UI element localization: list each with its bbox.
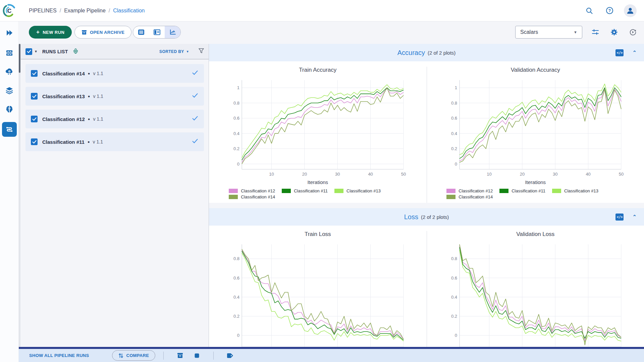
runs-scrollbar[interactable] bbox=[19, 44, 20, 347]
plus-icon: + bbox=[36, 29, 40, 36]
legend-item[interactable]: Classification #12 bbox=[229, 188, 275, 193]
run-status-dot: ● bbox=[88, 140, 90, 144]
section-loss-header[interactable]: Loss (2 of 2 plots) </> ⌃ bbox=[209, 208, 644, 226]
svg-text:0.4: 0.4 bbox=[233, 131, 239, 136]
abort-icon[interactable] bbox=[192, 351, 202, 361]
show-all-pipeline-runs-link[interactable]: SHOW ALL PIPELINE RUNS bbox=[29, 353, 89, 358]
user-avatar-icon[interactable] bbox=[624, 4, 637, 17]
svg-text:0.4: 0.4 bbox=[451, 295, 457, 300]
run-checkbox[interactable] bbox=[31, 116, 38, 122]
help-icon[interactable]: ? bbox=[604, 5, 615, 16]
svg-text:0.2: 0.2 bbox=[233, 314, 239, 319]
run-checkbox[interactable] bbox=[31, 93, 38, 100]
auto-refresh-icon[interactable] bbox=[627, 26, 639, 38]
breadcrumb-current: Classification bbox=[113, 8, 145, 14]
breadcrumb-project[interactable]: Example Pipeline bbox=[64, 8, 106, 14]
svg-text:10: 10 bbox=[487, 172, 492, 177]
run-checkbox[interactable] bbox=[31, 70, 38, 77]
runs-list-panel: ▼ RUNS LIST SORTED BY ▼ Classification #… bbox=[19, 44, 209, 347]
chart-title: Validation Accuracy bbox=[427, 67, 644, 73]
legend-item[interactable]: Classification #12 bbox=[446, 188, 493, 193]
run-status-dot: ● bbox=[88, 94, 90, 98]
chart-legend[interactable]: Classification #12Classification #11Clas… bbox=[229, 188, 407, 199]
svg-text:0.6: 0.6 bbox=[233, 276, 239, 281]
chart-legend[interactable]: Classification #12Classification #11Clas… bbox=[446, 188, 624, 199]
metric-variant-select[interactable]: Scalars ▼ bbox=[515, 26, 582, 39]
run-checkbox[interactable] bbox=[31, 138, 38, 145]
section-subtitle: (2 of 2 plots) bbox=[421, 214, 449, 220]
collapse-section-icon[interactable]: ⌃ bbox=[632, 50, 637, 56]
embed-code-icon[interactable]: </> bbox=[615, 49, 624, 56]
legend-item[interactable]: Classification #13 bbox=[334, 188, 381, 193]
train-accuracy-chart[interactable]: Train Accuracy 00.20.40.60.811020304050 … bbox=[209, 67, 427, 203]
nav-serving-icon[interactable] bbox=[2, 64, 17, 79]
legend-item[interactable]: Classification #11 bbox=[282, 188, 328, 193]
run-status-dot: ● bbox=[88, 117, 90, 121]
collapse-section-icon[interactable]: ⌃ bbox=[632, 214, 637, 220]
search-icon[interactable] bbox=[584, 5, 595, 16]
clearml-logo[interactable]: C bbox=[0, 3, 19, 18]
run-list-item[interactable]: Classification #13 ● v 1.1 bbox=[25, 87, 204, 106]
legend-item[interactable]: Classification #14 bbox=[229, 194, 275, 199]
side-nav bbox=[0, 21, 19, 362]
nav-pipelines-icon[interactable] bbox=[2, 122, 17, 137]
svg-text:?: ? bbox=[608, 8, 610, 13]
charts-panel: Accuracy (2 of 2 plots) </> ⌃ Train Accu… bbox=[209, 44, 644, 347]
svg-text:1: 1 bbox=[237, 85, 239, 90]
section-accuracy: Accuracy (2 of 2 plots) </> ⌃ Train Accu… bbox=[209, 44, 644, 203]
chart-view-icon[interactable] bbox=[165, 26, 180, 38]
split-view-icon[interactable] bbox=[149, 26, 165, 38]
run-list-item[interactable]: Classification #11 ● v 1.1 bbox=[25, 132, 204, 151]
legend-swatch bbox=[446, 195, 455, 199]
run-version: v 1.1 bbox=[93, 71, 103, 76]
svg-text:C: C bbox=[7, 7, 12, 14]
gear-icon[interactable] bbox=[608, 26, 620, 38]
svg-text:40: 40 bbox=[586, 172, 591, 177]
section-loss: Loss (2 of 2 plots) </> ⌃ Train Loss 00.… bbox=[209, 208, 644, 347]
chevron-down-icon: ▼ bbox=[574, 30, 577, 34]
archive-icon bbox=[82, 29, 87, 35]
table-view-icon[interactable] bbox=[133, 26, 149, 38]
top-bar: C PIPELINES / Example Pipeline / Classif… bbox=[0, 0, 644, 21]
nav-models-icon[interactable] bbox=[2, 102, 17, 117]
legend-item[interactable]: Classification #13 bbox=[552, 188, 598, 193]
archive-icon[interactable] bbox=[175, 351, 185, 361]
svg-text:20: 20 bbox=[520, 172, 525, 177]
tune-icon[interactable] bbox=[590, 26, 601, 38]
runs-scrollbar-thumb[interactable] bbox=[19, 44, 20, 73]
run-list-item[interactable]: Classification #12 ● v 1.1 bbox=[25, 110, 204, 128]
select-all-checkbox[interactable] bbox=[25, 48, 32, 55]
run-name: Classification #11 bbox=[42, 139, 85, 145]
sort-settings-icon[interactable] bbox=[73, 48, 78, 55]
legend-swatch bbox=[552, 189, 561, 193]
open-archive-button[interactable]: OPEN ARCHIVE bbox=[74, 26, 131, 39]
chevron-down-icon: ▼ bbox=[186, 50, 189, 53]
legend-item[interactable]: Classification #14 bbox=[446, 194, 493, 199]
toolbar: + NEW RUN OPEN ARCHIVE Scalars ▼ bbox=[19, 21, 644, 44]
section-accuracy-header[interactable]: Accuracy (2 of 2 plots) </> ⌃ bbox=[209, 44, 644, 61]
run-list-item[interactable]: Classification #14 ● v 1.1 bbox=[25, 64, 204, 83]
nav-datasets-icon[interactable] bbox=[2, 83, 17, 98]
run-status-dot: ● bbox=[88, 71, 90, 75]
legend-item[interactable]: Classification #11 bbox=[499, 188, 545, 193]
filter-icon[interactable] bbox=[199, 48, 204, 55]
sorted-by-dropdown[interactable]: SORTED BY ▼ bbox=[159, 49, 189, 54]
tag-icon[interactable] bbox=[225, 351, 235, 361]
legend-label: Classification #11 bbox=[294, 188, 328, 193]
run-selected-check-icon bbox=[192, 116, 198, 122]
validation-accuracy-chart[interactable]: Validation Accuracy 00.20.40.60.81102030… bbox=[427, 67, 644, 203]
train-loss-chart[interactable]: Train Loss 00.20.40.60.81020304050 bbox=[209, 231, 427, 347]
breadcrumb-pipelines[interactable]: PIPELINES bbox=[29, 8, 57, 14]
new-run-button[interactable]: + NEW RUN bbox=[29, 26, 72, 39]
nav-projects-icon[interactable] bbox=[2, 25, 17, 40]
select-menu-caret-icon[interactable]: ▼ bbox=[34, 50, 38, 53]
validation-loss-chart[interactable]: Validation Loss 00.20.40.60.81020304050 bbox=[427, 231, 644, 347]
nav-workers-icon[interactable] bbox=[2, 46, 17, 60]
run-version: v 1.1 bbox=[93, 139, 103, 144]
compare-button[interactable]: COMPARE bbox=[112, 350, 156, 361]
svg-text:0.6: 0.6 bbox=[451, 116, 457, 121]
section-title: Loss bbox=[404, 213, 418, 221]
embed-code-icon[interactable]: </> bbox=[615, 214, 624, 221]
divider bbox=[163, 352, 164, 360]
chart-title: Train Accuracy bbox=[209, 67, 427, 73]
